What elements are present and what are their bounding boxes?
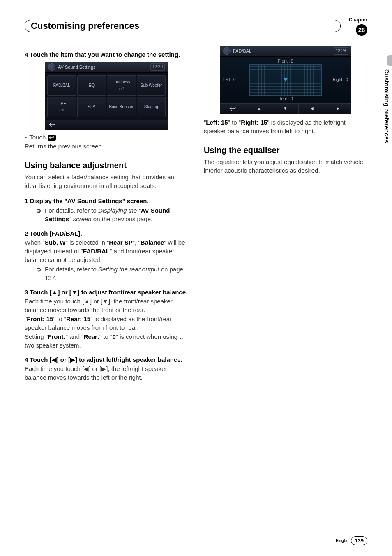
touch-back-text: Touch . <box>29 133 57 141</box>
back-icon[interactable] <box>49 122 56 127</box>
ss1-time: 12:20 <box>150 63 165 71</box>
label: EQ <box>89 83 95 88</box>
label: Staging <box>144 104 158 110</box>
reference-1: For details, refer to Displaying the "AV… <box>45 206 188 223</box>
right-column: FAD/BAL 12:28 Front : 0 Rear : 0 Left : … <box>204 46 367 544</box>
label: Bass Booster <box>109 104 134 110</box>
subwoofer-button[interactable]: Sub Woofer <box>137 75 166 96</box>
page-header: Customising preferences Chapter 26 <box>25 16 367 36</box>
reference-2: For details, refer to Setting the rear o… <box>45 265 188 282</box>
chapter-label: Chapter <box>349 16 367 23</box>
bullet-icon: ▪ <box>25 133 27 141</box>
sublabel: Off <box>59 108 64 113</box>
balance-grid[interactable] <box>249 64 322 96</box>
fad-bal-button[interactable]: FAD/BAL <box>47 75 76 96</box>
chapter-number-badge: 26 <box>356 24 367 36</box>
label: HPF <box>58 101 66 107</box>
step-4b-body: Each time you touch [◀] or [▶], the left… <box>25 364 188 382</box>
bass-booster-button[interactable]: Bass Booster <box>107 97 136 117</box>
language-code: Engb <box>336 537 347 544</box>
ss2-header: FAD/BAL 12:28 <box>220 46 351 57</box>
gear-icon <box>48 63 55 71</box>
sla-button[interactable]: SLA <box>77 97 106 117</box>
front-label: Front : 0 <box>278 58 293 64</box>
step-2-title: 2 Touch [FAD/BAL]. <box>25 229 188 238</box>
left-label: Left : 0 <box>223 77 236 83</box>
sublabel: Off <box>119 86 124 92</box>
returns-text: Returns the previous screen. <box>25 142 188 151</box>
fad-bal-screenshot: FAD/BAL 12:28 Front : 0 Rear : 0 Left : … <box>220 46 351 114</box>
gear-icon <box>223 47 231 55</box>
left-triangle-icon: ◀ <box>310 106 314 111</box>
right-triangle-icon: ▶ <box>337 106 340 111</box>
ss2-title: FAD/BAL <box>233 48 251 54</box>
back-button[interactable] <box>220 104 246 114</box>
reference-icon: ➲ <box>36 265 42 282</box>
left-right-body: "Left: 15" to "Right: 15" is displayed a… <box>204 118 367 135</box>
step-1-title: 1 Display the "AV Sound Settings" screen… <box>25 197 188 205</box>
section-title-container: Customising preferences <box>25 20 341 32</box>
up-button[interactable]: ▲ <box>246 104 272 114</box>
loudness-button[interactable]: LoudnessOff <box>107 75 136 96</box>
page-footer: Engb 139 <box>25 536 367 545</box>
back-icon <box>48 135 56 141</box>
right-button[interactable]: ▶ <box>325 104 351 114</box>
left-button[interactable]: ◀ <box>299 104 325 114</box>
up-triangle-icon: ▲ <box>257 106 261 111</box>
label: Loudness <box>113 79 130 85</box>
balance-marker-icon <box>284 78 288 82</box>
side-tab-label: Customising preferences <box>382 67 392 145</box>
ss2-time: 12:28 <box>334 47 348 55</box>
step-4b-title: 4 Touch [◀] or [▶] to adjust left/right … <box>25 355 188 364</box>
chapter-block: Chapter 26 <box>349 16 367 36</box>
page-number: 139 <box>351 536 367 545</box>
down-triangle-icon: ▼ <box>284 106 288 111</box>
using-balance-heading: Using balance adjustment <box>25 160 188 171</box>
label: Sub Woofer <box>140 83 162 88</box>
step-4-title: 4 Touch the item that you want to change… <box>25 50 188 59</box>
label: SLA <box>88 104 95 110</box>
ss1-title: AV Sound Settings <box>58 64 96 70</box>
equaliser-body: The equaliser lets you adjust equalisati… <box>204 158 367 175</box>
step-3-body-3: Setting "Front:" and "Rear:" to "0" is c… <box>25 332 188 350</box>
step-3-title: 3 Touch [▲] or [▼] to adjust front/rear … <box>25 288 188 297</box>
reference-icon: ➲ <box>36 206 42 223</box>
balance-body: You can select a fader/balance setting t… <box>25 173 188 190</box>
side-tab-cap <box>387 55 392 66</box>
left-column: 4 Touch the item that you want to change… <box>25 46 188 544</box>
right-label: Right : 0 <box>333 77 348 83</box>
using-equaliser-heading: Using the equaliser <box>204 144 367 156</box>
ss1-header: AV Sound Settings 12:20 <box>45 62 168 73</box>
label: FAD/BAL <box>53 83 70 88</box>
rear-label: Rear : 0 <box>278 96 293 102</box>
step-3-body-2: "Front: 15" to "Rear: 15" is displayed a… <box>25 315 188 332</box>
step-2-body: When "Sub. W" is selected in "Rear SP", … <box>25 238 188 264</box>
step-3-body-1: Each time you touch [▲] or [▼], the fron… <box>25 297 188 314</box>
down-button[interactable]: ▼ <box>272 104 299 114</box>
av-sound-settings-screenshot: AV Sound Settings 12:20 FAD/BAL EQ Loudn… <box>45 62 168 129</box>
eq-button[interactable]: EQ <box>77 75 106 96</box>
hpf-button[interactable]: HPFOff <box>47 97 76 117</box>
section-title: Customising preferences <box>31 20 139 32</box>
staging-button[interactable]: Staging <box>137 97 166 117</box>
